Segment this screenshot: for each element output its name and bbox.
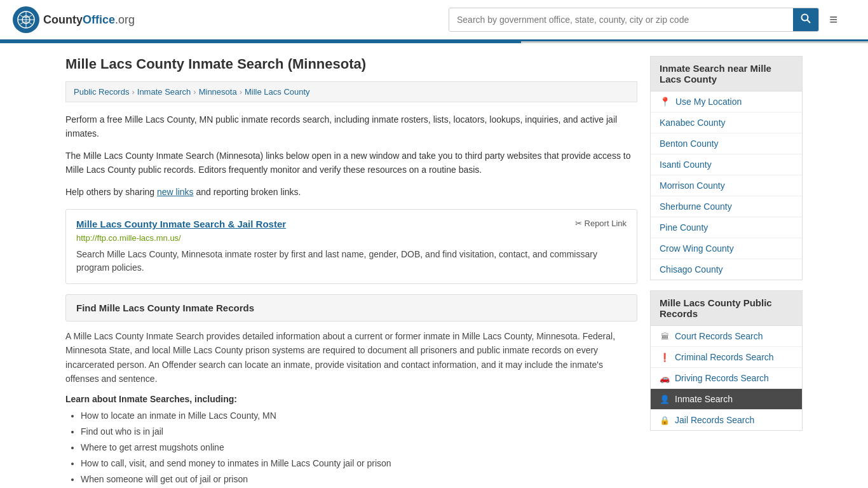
nearby-list: 📍 Use My Location Kanabec County Benton …	[650, 91, 803, 280]
pr-jail-records[interactable]: 🔒 Jail Records Search	[651, 410, 802, 430]
report-icon: ✂	[575, 219, 582, 228]
criminal-icon: ❗	[660, 353, 670, 362]
content-area: Mille Lacs County Inmate Search (Minneso…	[65, 56, 637, 488]
court-icon: 🏛	[660, 332, 670, 341]
learn-item-1: How to locate an inmate in Mille Lacs Co…	[81, 409, 637, 423]
location-icon: 📍	[660, 97, 670, 107]
svg-line-5	[808, 20, 811, 24]
logo[interactable]: CountyOffice.org	[13, 6, 135, 33]
search-button[interactable]	[793, 8, 818, 31]
pr-inmate-search[interactable]: 👤 Inmate Search	[651, 389, 802, 410]
nearby-crow-wing[interactable]: Crow Wing County	[651, 238, 802, 259]
public-records-list: 🏛 Court Records Search ❗ Criminal Record…	[650, 325, 803, 431]
pr-driving-records[interactable]: 🚗 Driving Records Search	[651, 368, 802, 389]
learn-item-2: Find out who is in jail	[81, 425, 637, 438]
breadcrumb: Public Records › Inmate Search › Minneso…	[65, 81, 637, 102]
nearby-benton[interactable]: Benton County	[651, 133, 802, 154]
learn-item-5: When someone will get out of jail or pri…	[81, 473, 637, 486]
desc-2: The Mille Lacs County Inmate Search (Min…	[65, 149, 637, 177]
learn-item-3: Where to get arrest mugshots online	[81, 441, 637, 454]
inmate-icon: 👤	[660, 395, 670, 404]
public-records-header: Mille Lacs County Public Records	[650, 290, 803, 325]
pr-criminal-records[interactable]: ❗ Criminal Records Search	[651, 347, 802, 368]
learn-list: How to locate an inmate in Mille Lacs Co…	[65, 409, 637, 486]
learn-item-4: How to call, visit, and send money to in…	[81, 457, 637, 470]
link-card: Mille Lacs County Inmate Search & Jail R…	[65, 209, 637, 284]
breadcrumb-minnesota[interactable]: Minnesota	[199, 87, 237, 97]
link-card-desc: Search Mille Lacs County, Minnesota inma…	[76, 248, 627, 274]
svg-point-4	[802, 15, 808, 21]
breadcrumb-inmate-search[interactable]: Inmate Search	[137, 87, 191, 97]
menu-button[interactable]: ≡	[824, 9, 843, 30]
site-header: CountyOffice.org ≡	[0, 0, 868, 41]
search-bar[interactable]: ≡	[449, 8, 843, 32]
new-links-link[interactable]: new links	[157, 187, 194, 197]
find-section-box: Find Mille Lacs County Inmate Records	[65, 294, 637, 322]
link-card-title[interactable]: Mille Lacs County Inmate Search & Jail R…	[76, 219, 286, 229]
page-title: Mille Lacs County Inmate Search (Minneso…	[65, 56, 637, 72]
use-my-location[interactable]: 📍 Use My Location	[651, 92, 802, 112]
nearby-chisago[interactable]: Chisago County	[651, 259, 802, 280]
jail-icon: 🔒	[660, 416, 670, 425]
main-container: Mille Lacs County Inmate Search (Minneso…	[53, 43, 815, 488]
driving-icon: 🚗	[660, 374, 670, 383]
logo-text: CountyOffice.org	[43, 13, 135, 27]
pr-court-records[interactable]: 🏛 Court Records Search	[651, 326, 802, 347]
breadcrumb-public-records[interactable]: Public Records	[74, 87, 129, 97]
link-card-url: http://ftp.co.mille-lacs.mn.us/	[76, 233, 627, 243]
breadcrumb-sep-1: ›	[132, 87, 134, 97]
nearby-morrison[interactable]: Morrison County	[651, 175, 802, 196]
nearby-kanabec[interactable]: Kanabec County	[651, 112, 802, 133]
desc-3: Help others by sharing new links and rep…	[65, 185, 637, 199]
search-input[interactable]	[449, 10, 793, 30]
learn-title: Learn about Inmate Searches, including:	[65, 394, 637, 404]
breadcrumb-sep-3: ›	[240, 87, 242, 97]
nearby-sherburne[interactable]: Sherburne County	[651, 196, 802, 217]
find-section-title: Find Mille Lacs County Inmate Records	[76, 302, 254, 313]
report-link-button[interactable]: ✂ Report Link	[575, 219, 627, 228]
find-body-text: A Mille Lacs County Inmate Search provid…	[65, 329, 637, 386]
use-location-link[interactable]: Use My Location	[675, 97, 742, 107]
breadcrumb-mille-lacs[interactable]: Mille Lacs County	[245, 87, 310, 97]
nearby-header: Inmate Search near Mille Lacs County	[650, 56, 803, 91]
breadcrumb-sep-2: ›	[193, 87, 196, 97]
nearby-isanti[interactable]: Isanti County	[651, 154, 802, 175]
nearby-pine[interactable]: Pine County	[651, 217, 802, 238]
link-card-header: Mille Lacs County Inmate Search & Jail R…	[76, 219, 627, 229]
desc-1: Perform a free Mille Lacs County, MN pub…	[65, 112, 637, 141]
sidebar: Inmate Search near Mille Lacs County 📍 U…	[650, 56, 803, 488]
logo-icon	[13, 6, 39, 33]
